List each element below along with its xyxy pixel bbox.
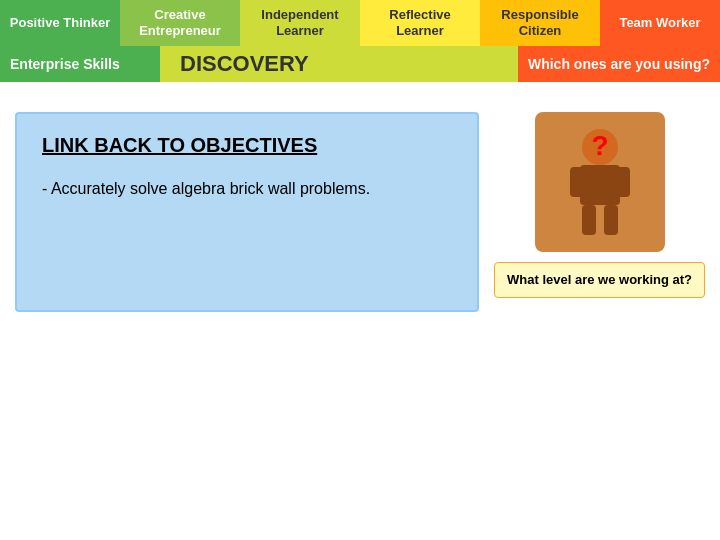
nav-label-reflective-learner: Reflective Learner bbox=[366, 7, 474, 38]
figure-svg: ? bbox=[540, 117, 660, 247]
nav-item-independent-learner[interactable]: Independent Learner bbox=[240, 0, 360, 46]
nav-label-team-worker: Team Worker bbox=[619, 15, 700, 31]
objectives-box: LINK BACK TO OBJECTIVES - Accurately sol… bbox=[15, 112, 479, 312]
nav-item-creative-entrepreneur[interactable]: Creative Entrepreneur bbox=[120, 0, 240, 46]
svg-rect-4 bbox=[615, 167, 630, 197]
svg-rect-6 bbox=[604, 205, 618, 235]
discovery-label: DISCOVERY bbox=[160, 46, 518, 82]
top-nav: Positive Thinker Creative Entrepreneur I… bbox=[0, 0, 720, 46]
objectives-text: - Accurately solve algebra brick wall pr… bbox=[42, 177, 452, 201]
which-ones-label: Which ones are you using? bbox=[518, 46, 720, 82]
main-content: LINK BACK TO OBJECTIVES - Accurately sol… bbox=[0, 92, 720, 332]
what-level-box: What level are we working at? bbox=[494, 262, 705, 298]
svg-rect-3 bbox=[570, 167, 585, 197]
nav-label-creative-entrepreneur: Creative Entrepreneur bbox=[126, 7, 234, 38]
what-level-text: What level are we working at? bbox=[507, 272, 692, 287]
objectives-title: LINK BACK TO OBJECTIVES bbox=[42, 134, 452, 157]
nav-label-positive-thinker: Positive Thinker bbox=[10, 15, 110, 31]
svg-text:?: ? bbox=[591, 130, 608, 161]
second-row: Enterprise Skills DISCOVERY Which ones a… bbox=[0, 46, 720, 82]
nav-item-reflective-learner[interactable]: Reflective Learner bbox=[360, 0, 480, 46]
question-figure: ? bbox=[535, 112, 665, 252]
nav-item-responsible-citizen[interactable]: Responsible Citizen bbox=[480, 0, 600, 46]
enterprise-skills-label: Enterprise Skills bbox=[0, 46, 160, 82]
svg-rect-2 bbox=[580, 165, 620, 205]
nav-label-independent-learner: Independent Learner bbox=[246, 7, 354, 38]
nav-item-positive-thinker[interactable]: Positive Thinker bbox=[0, 0, 120, 46]
nav-label-responsible-citizen: Responsible Citizen bbox=[486, 7, 594, 38]
nav-item-team-worker[interactable]: Team Worker bbox=[600, 0, 720, 46]
right-panel: ? What level are we working at? bbox=[494, 112, 705, 312]
svg-rect-5 bbox=[582, 205, 596, 235]
